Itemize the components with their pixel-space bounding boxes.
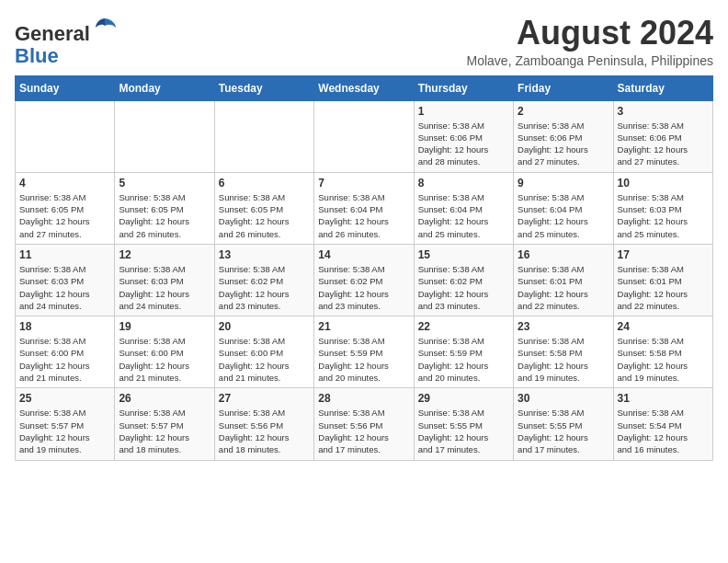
day-cell: 22Sunrise: 5:38 AMSunset: 5:59 PMDayligh… bbox=[414, 316, 513, 388]
day-info: Sunrise: 5:38 AMSunset: 5:58 PMDaylight:… bbox=[618, 335, 709, 384]
day-info: Sunrise: 5:38 AMSunset: 6:00 PMDaylight:… bbox=[19, 335, 110, 384]
logo-general: General bbox=[15, 22, 90, 45]
page-header: General Blue August 2024 Molave, Zamboan… bbox=[15, 15, 713, 68]
day-cell: 14Sunrise: 5:38 AMSunset: 6:02 PMDayligh… bbox=[314, 244, 414, 316]
day-info: Sunrise: 5:38 AMSunset: 6:03 PMDaylight:… bbox=[19, 263, 110, 312]
logo-text: General Blue bbox=[15, 15, 118, 67]
day-cell: 6Sunrise: 5:38 AMSunset: 6:05 PMDaylight… bbox=[214, 172, 313, 244]
day-info: Sunrise: 5:38 AMSunset: 6:06 PMDaylight:… bbox=[418, 120, 509, 168]
day-cell bbox=[16, 100, 115, 172]
day-number: 3 bbox=[618, 105, 709, 118]
day-number: 21 bbox=[318, 320, 409, 333]
day-cell: 1Sunrise: 5:38 AMSunset: 6:06 PMDaylight… bbox=[414, 100, 513, 172]
day-cell: 10Sunrise: 5:38 AMSunset: 6:03 PMDayligh… bbox=[613, 172, 712, 244]
header-monday: Monday bbox=[115, 75, 214, 100]
day-cell: 8Sunrise: 5:38 AMSunset: 6:04 PMDaylight… bbox=[414, 172, 513, 244]
header-tuesday: Tuesday bbox=[214, 75, 313, 100]
day-number: 13 bbox=[219, 248, 310, 261]
day-cell: 19Sunrise: 5:38 AMSunset: 6:00 PMDayligh… bbox=[115, 316, 214, 388]
day-number: 18 bbox=[19, 320, 110, 333]
day-number: 19 bbox=[119, 320, 210, 333]
header-friday: Friday bbox=[514, 75, 613, 100]
day-info: Sunrise: 5:38 AMSunset: 6:04 PMDaylight:… bbox=[318, 191, 409, 240]
day-cell: 21Sunrise: 5:38 AMSunset: 5:59 PMDayligh… bbox=[314, 316, 414, 388]
day-cell: 25Sunrise: 5:38 AMSunset: 5:57 PMDayligh… bbox=[16, 388, 115, 460]
day-cell: 4Sunrise: 5:38 AMSunset: 6:05 PMDaylight… bbox=[16, 172, 115, 244]
day-info: Sunrise: 5:38 AMSunset: 6:06 PMDaylight:… bbox=[618, 120, 709, 168]
day-number: 6 bbox=[219, 177, 310, 190]
day-cell: 29Sunrise: 5:38 AMSunset: 5:55 PMDayligh… bbox=[414, 388, 513, 460]
day-number: 22 bbox=[418, 320, 509, 333]
day-info: Sunrise: 5:38 AMSunset: 6:05 PMDaylight:… bbox=[119, 191, 210, 240]
calendar-table: SundayMondayTuesdayWednesdayThursdayFrid… bbox=[15, 75, 713, 461]
day-cell: 12Sunrise: 5:38 AMSunset: 6:03 PMDayligh… bbox=[115, 244, 214, 316]
logo-bird-icon bbox=[92, 15, 118, 40]
day-info: Sunrise: 5:38 AMSunset: 6:06 PMDaylight:… bbox=[518, 120, 609, 168]
day-cell: 28Sunrise: 5:38 AMSunset: 5:56 PMDayligh… bbox=[314, 388, 414, 460]
day-number: 14 bbox=[318, 248, 409, 261]
day-info: Sunrise: 5:38 AMSunset: 6:04 PMDaylight:… bbox=[518, 191, 609, 240]
week-row-0: 1Sunrise: 5:38 AMSunset: 6:06 PMDaylight… bbox=[16, 100, 713, 172]
day-cell: 9Sunrise: 5:38 AMSunset: 6:04 PMDaylight… bbox=[514, 172, 613, 244]
week-row-4: 25Sunrise: 5:38 AMSunset: 5:57 PMDayligh… bbox=[16, 388, 713, 460]
day-number: 25 bbox=[19, 392, 110, 405]
week-row-1: 4Sunrise: 5:38 AMSunset: 6:05 PMDaylight… bbox=[16, 172, 713, 244]
day-cell: 31Sunrise: 5:38 AMSunset: 5:54 PMDayligh… bbox=[613, 388, 712, 460]
day-info: Sunrise: 5:38 AMSunset: 6:05 PMDaylight:… bbox=[219, 191, 310, 240]
week-row-2: 11Sunrise: 5:38 AMSunset: 6:03 PMDayligh… bbox=[16, 244, 713, 316]
calendar-subtitle: Molave, Zamboanga Peninsula, Philippines bbox=[467, 53, 714, 68]
day-info: Sunrise: 5:38 AMSunset: 5:57 PMDaylight:… bbox=[119, 407, 210, 455]
day-info: Sunrise: 5:38 AMSunset: 5:58 PMDaylight:… bbox=[518, 335, 609, 384]
day-cell: 11Sunrise: 5:38 AMSunset: 6:03 PMDayligh… bbox=[16, 244, 115, 316]
day-info: Sunrise: 5:38 AMSunset: 6:01 PMDaylight:… bbox=[518, 263, 609, 312]
day-cell: 16Sunrise: 5:38 AMSunset: 6:01 PMDayligh… bbox=[514, 244, 613, 316]
day-number: 9 bbox=[518, 177, 609, 190]
day-number: 8 bbox=[418, 177, 509, 190]
day-info: Sunrise: 5:38 AMSunset: 5:59 PMDaylight:… bbox=[418, 335, 509, 384]
day-info: Sunrise: 5:38 AMSunset: 6:04 PMDaylight:… bbox=[418, 191, 509, 240]
day-number: 26 bbox=[119, 392, 210, 405]
day-info: Sunrise: 5:38 AMSunset: 6:03 PMDaylight:… bbox=[119, 263, 210, 312]
day-number: 1 bbox=[418, 105, 509, 118]
header-sunday: Sunday bbox=[16, 75, 115, 100]
day-cell: 20Sunrise: 5:38 AMSunset: 6:00 PMDayligh… bbox=[214, 316, 313, 388]
day-info: Sunrise: 5:38 AMSunset: 6:00 PMDaylight:… bbox=[219, 335, 310, 384]
day-number: 27 bbox=[219, 392, 310, 405]
day-info: Sunrise: 5:38 AMSunset: 6:02 PMDaylight:… bbox=[418, 263, 509, 312]
day-number: 7 bbox=[318, 177, 409, 190]
day-cell: 26Sunrise: 5:38 AMSunset: 5:57 PMDayligh… bbox=[115, 388, 214, 460]
header-thursday: Thursday bbox=[414, 75, 513, 100]
day-cell: 18Sunrise: 5:38 AMSunset: 6:00 PMDayligh… bbox=[16, 316, 115, 388]
day-cell: 23Sunrise: 5:38 AMSunset: 5:58 PMDayligh… bbox=[514, 316, 613, 388]
day-cell bbox=[214, 100, 313, 172]
day-cell bbox=[115, 100, 214, 172]
day-info: Sunrise: 5:38 AMSunset: 5:54 PMDaylight:… bbox=[618, 407, 709, 455]
logo-blue: Blue bbox=[15, 44, 59, 67]
day-number: 10 bbox=[618, 177, 709, 190]
day-number: 31 bbox=[618, 392, 709, 405]
day-cell: 30Sunrise: 5:38 AMSunset: 5:55 PMDayligh… bbox=[514, 388, 613, 460]
calendar-header-row: SundayMondayTuesdayWednesdayThursdayFrid… bbox=[16, 75, 713, 100]
day-number: 5 bbox=[119, 177, 210, 190]
day-cell: 27Sunrise: 5:38 AMSunset: 5:56 PMDayligh… bbox=[214, 388, 313, 460]
day-number: 15 bbox=[418, 248, 509, 261]
day-number: 2 bbox=[518, 105, 609, 118]
title-block: August 2024 Molave, Zamboanga Peninsula,… bbox=[467, 15, 714, 68]
week-row-3: 18Sunrise: 5:38 AMSunset: 6:00 PMDayligh… bbox=[16, 316, 713, 388]
day-number: 28 bbox=[318, 392, 409, 405]
day-info: Sunrise: 5:38 AMSunset: 5:59 PMDaylight:… bbox=[318, 335, 409, 384]
day-info: Sunrise: 5:38 AMSunset: 6:02 PMDaylight:… bbox=[219, 263, 310, 312]
day-number: 23 bbox=[518, 320, 609, 333]
day-cell: 2Sunrise: 5:38 AMSunset: 6:06 PMDaylight… bbox=[514, 100, 613, 172]
day-number: 29 bbox=[418, 392, 509, 405]
day-cell: 7Sunrise: 5:38 AMSunset: 6:04 PMDaylight… bbox=[314, 172, 414, 244]
day-info: Sunrise: 5:38 AMSunset: 5:56 PMDaylight:… bbox=[318, 407, 409, 455]
header-wednesday: Wednesday bbox=[314, 75, 414, 100]
day-number: 11 bbox=[19, 248, 110, 261]
day-info: Sunrise: 5:38 AMSunset: 6:02 PMDaylight:… bbox=[318, 263, 409, 312]
logo: General Blue bbox=[15, 15, 118, 67]
day-cell: 13Sunrise: 5:38 AMSunset: 6:02 PMDayligh… bbox=[214, 244, 313, 316]
day-number: 16 bbox=[518, 248, 609, 261]
day-number: 12 bbox=[119, 248, 210, 261]
day-cell: 5Sunrise: 5:38 AMSunset: 6:05 PMDaylight… bbox=[115, 172, 214, 244]
